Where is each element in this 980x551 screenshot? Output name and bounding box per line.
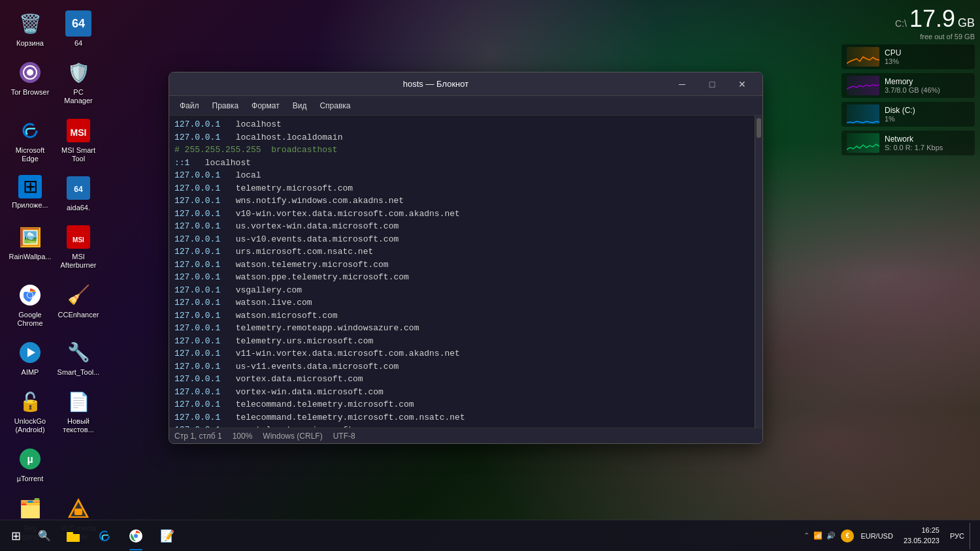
network-info: Network S: 0.0 R: 1.7 Kbps (885, 134, 970, 151)
memory-info: Memory 3.7/8.0 GB (46%) (885, 77, 970, 94)
cpu-stat-row: CPU 13% (841, 44, 975, 69)
menu-format[interactable]: Формат (246, 99, 285, 113)
desktop-icon-label: Microsoft Edge (10, 146, 50, 163)
desktop-icon-new-text[interactable]: 📄 Новый текстов... (55, 385, 102, 438)
desktop-icon-chrome[interactable]: Google Chrome (7, 278, 54, 332)
wifi-icon: 📶 (813, 531, 823, 540)
desktop-icon-edge[interactable]: Microsoft Edge (7, 114, 54, 167)
svg-point-11 (27, 292, 33, 298)
minimize-button[interactable]: ─ (667, 74, 697, 94)
currency-icon: € (841, 529, 854, 543)
currency-label: EUR/USD (860, 532, 893, 540)
taskbar: ⊞ 🔍 (0, 520, 980, 551)
recycle-bin-icon: 🗑️ (17, 10, 43, 37)
zoom-value: 100% (233, 432, 253, 441)
desktop-icon-ccenhancer[interactable]: 🧹 CCEnhancer (55, 278, 102, 332)
search-button[interactable]: 🔍 (31, 520, 57, 552)
menu-view[interactable]: Вид (287, 99, 312, 113)
desktop-icon-label: Smart_Tool... (57, 368, 100, 377)
new-text-icon: 📄 (65, 388, 91, 415)
drive-total: 59 GB (955, 33, 975, 40)
menu-help[interactable]: Справка (314, 99, 355, 113)
desktop-icon-label: aida64. (67, 204, 90, 212)
window-menubar: Файл Правка Формат Вид Справка (169, 96, 762, 116)
window-controls: ─ □ ✕ (667, 74, 757, 94)
desktop-icon-aimp[interactable]: AIMP (7, 336, 54, 381)
window-titlebar: hosts — Блокнот ─ □ ✕ (169, 72, 762, 96)
encoding: UTF-8 (333, 432, 355, 441)
unlockgo-icon: 🔓 (17, 388, 43, 415)
desktop-icon-priloze[interactable]: ⊞ Приложе... (7, 171, 54, 216)
taskbar-notepad[interactable]: 📝 (152, 520, 183, 552)
desktop-icon-afterburner[interactable]: MSI MSI Afterburner (55, 220, 102, 274)
desktop-icon-recycle-bin[interactable]: 🗑️ Корзина (7, 7, 54, 52)
svg-rect-19 (67, 532, 73, 534)
desktop-icon-rainwallpaper[interactable]: 🖼️ RainWallpa... (7, 220, 54, 274)
drive-size: 17.9 (909, 5, 955, 33)
memory-graph (847, 76, 879, 95)
svg-point-2 (27, 69, 33, 76)
svg-text:µ: µ (27, 454, 33, 465)
reg-organizer-icon: 🗂️ (17, 496, 43, 522)
desktop-icon-aida64[interactable]: 64 aida64. (55, 171, 102, 216)
cpu-value: 13% (885, 57, 970, 65)
memory-value: 3.7/8.0 GB (46%) (885, 86, 970, 94)
taskbar-file-explorer[interactable] (57, 520, 89, 552)
currency-area: € EUR/USD (838, 529, 896, 543)
zoom-level: 100% (233, 432, 253, 441)
line-ending: Windows (CRLF) (263, 432, 322, 441)
desktop-icon-label: MSI Afterburner (59, 253, 98, 270)
scrollbar-thumb[interactable] (757, 118, 761, 138)
close-button[interactable]: ✕ (727, 74, 757, 94)
network-label: Network (885, 134, 970, 144)
desktop-icon-utorrent[interactable]: µ µTorrent (7, 442, 54, 487)
language-indicator[interactable]: РУС (947, 532, 967, 540)
network-stat-row: Network S: 0.0 R: 1.7 Kbps (841, 131, 975, 155)
clock-time: 16:25 (904, 526, 939, 535)
svg-point-24 (134, 534, 138, 538)
desktop-icon-pcmanager[interactable]: 🛡️ PC Manager (55, 55, 102, 109)
desktop-icon-label: RainWallpa... (9, 253, 52, 261)
menu-file[interactable]: Файл (174, 99, 204, 113)
encoding-value: UTF-8 (333, 432, 355, 441)
rainwallpaper-icon: 🖼️ (17, 224, 43, 250)
msi-smart-icon: MSI (65, 118, 91, 144)
network-graph (847, 133, 879, 153)
taskbar-chrome[interactable] (120, 520, 152, 552)
desktop-icon-label: PC Manager (59, 88, 98, 105)
drive-free-label: free out of (920, 33, 953, 40)
icon-64: 64 (65, 10, 91, 37)
memory-stat-row: Memory 3.7/8.0 GB (46%) (841, 73, 975, 98)
start-button[interactable]: ⊞ (0, 520, 31, 552)
svg-text:64: 64 (74, 185, 83, 194)
cpu-label: CPU (885, 48, 970, 57)
disk-value: 1% (885, 115, 970, 123)
desktop-icon-tor[interactable]: Tor Browser (7, 55, 54, 109)
position-label: Стр 1, стлб 1 (174, 432, 222, 441)
menu-edit[interactable]: Правка (207, 99, 244, 113)
desktop-icon-label: AIMP (22, 368, 39, 377)
taskbar-edge[interactable] (89, 520, 120, 552)
desktop-icon-64[interactable]: 64 64 (55, 7, 102, 52)
systray-chevron[interactable]: ⌃ (804, 531, 809, 540)
taskbar-clock[interactable]: 16:25 23.05.2023 (898, 526, 945, 546)
systray-area: ⌃ 📶 🔊 (804, 531, 836, 540)
text-editor-area[interactable]: 127.0.0.1 localhost 127.0.0.1 localhost.… (169, 116, 755, 428)
window-statusbar: Стр 1, стлб 1 100% Windows (CRLF) UTF-8 (169, 428, 762, 443)
aimp-icon (17, 339, 43, 366)
desktop-icon-smarttool[interactable]: 🔧 Smart_Tool... (55, 336, 102, 381)
svg-text:MSI: MSI (73, 236, 84, 244)
show-desktop-button[interactable] (970, 523, 975, 549)
maximize-button[interactable]: □ (697, 74, 727, 94)
disk-graph (847, 104, 879, 124)
desktop-icon-unlockgo[interactable]: 🔓 UnlockGo (Android) (7, 385, 54, 438)
edge-icon (17, 118, 43, 144)
desktop: 🗑️ Корзина 64 64 Tor Browser 🛡️ PC Manag… (0, 0, 980, 551)
vertical-scrollbar[interactable] (755, 116, 762, 428)
desktop-icon-label: Корзина (16, 39, 44, 48)
drive-label: C:\ (895, 18, 907, 29)
svg-text:MSI: MSI (71, 127, 87, 138)
desktop-icon-label: Google Chrome (10, 311, 50, 328)
taskbar-pinned-icons: 📝 (57, 520, 804, 552)
desktop-icon-msi-smart[interactable]: MSI MSI Smart Tool (55, 114, 102, 167)
